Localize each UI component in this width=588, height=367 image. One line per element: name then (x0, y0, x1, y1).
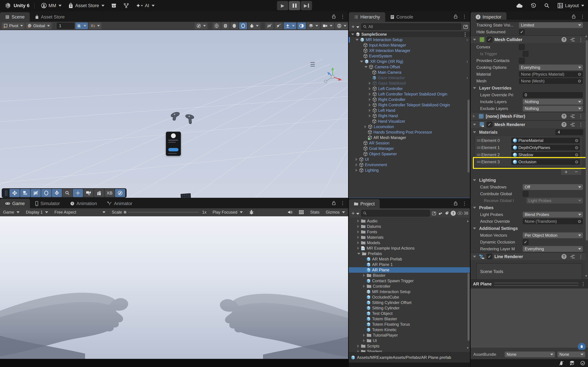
dropdown[interactable]: Limited (519, 22, 583, 28)
project-item-mr-interaction-setup[interactable]: MR Interaction Setup (349, 289, 470, 294)
expander-icon[interactable] (363, 285, 365, 288)
checkbox[interactable] (523, 51, 528, 57)
game-viewport[interactable] (0, 216, 348, 359)
shading-button[interactable] (41, 189, 51, 197)
search-icon[interactable] (544, 3, 550, 8)
compass-button[interactable] (115, 189, 125, 197)
dropdown[interactable]: Everything (523, 246, 583, 252)
tab-console[interactable]: Console (385, 12, 418, 22)
version-control-button[interactable] (123, 2, 129, 9)
component-header-line-renderer[interactable]: ✓Line Renderer?⋮ (471, 252, 586, 261)
material-object-field[interactable]: Shadow⊙ (511, 152, 580, 158)
prefab-open-arrow[interactable]: › (467, 37, 468, 42)
hierarchy-item-ar-mesh-manager[interactable]: AR Mesh Manager (349, 135, 470, 140)
tab-animator[interactable]: Animator (102, 199, 138, 208)
material-element-row[interactable]: Element 1DepthOnlyPlanes⊙ (475, 144, 582, 151)
cache-disabled-icon[interactable] (567, 359, 577, 367)
layout-menu[interactable]: Layout (557, 2, 584, 9)
dropdown[interactable]: Everything (519, 65, 583, 70)
project-item-totem-floating-torus[interactable]: Totem Floating Torus (349, 322, 470, 327)
drag-handle-icon[interactable] (477, 146, 481, 149)
zoom-button[interactable] (62, 189, 72, 197)
presets-icon[interactable] (570, 114, 575, 119)
project-item-models[interactable]: Models (349, 240, 470, 245)
project-item-ar-plane-1[interactable]: AR Plane 1 (349, 262, 470, 267)
project-item-controller[interactable]: Controller (349, 284, 470, 289)
hierarchy-item-ar-session[interactable]: AR Session (349, 140, 470, 146)
aspect-dropdown[interactable]: Free Aspect (51, 208, 109, 216)
lock-icon[interactable] (332, 201, 336, 205)
material-element-row[interactable]: Element 2Shadow⊙ (475, 151, 582, 158)
kebab-menu-icon[interactable]: ⋮ (579, 37, 583, 42)
project-search-input[interactable] (361, 210, 430, 217)
hierarchy-item-gaze-interactor[interactable]: Gaze Interactor› (349, 75, 470, 81)
expander-icon[interactable] (363, 339, 365, 342)
foldout-arrow-icon[interactable] (473, 115, 475, 118)
scroll-up-arrow[interactable]: ▲ (585, 34, 588, 38)
foldout-layer-overrides[interactable]: Layer Overrides (471, 84, 586, 92)
hierarchy-item-lighting[interactable]: Lighting (349, 167, 470, 173)
hierarchy-item-left-controller-teleport-stabilized-origin[interactable]: Left Controller Teleport Stabilized Orig… (349, 92, 470, 97)
tab-asset-store[interactable]: Asset Store (30, 12, 70, 22)
hierarchy-item-main-camera[interactable]: Main Camera (349, 70, 470, 75)
material-element-row[interactable]: Element 0PlaneMaterial⊙ (475, 137, 582, 144)
create-menu-button[interactable]: ＋ (350, 23, 359, 30)
project-item-sitting-cylinder-offset[interactable]: Sitting Cylinder Offset (349, 300, 470, 305)
component-header-mesh-collider[interactable]: ✓Mesh Collider?⋮ (471, 35, 586, 44)
hierarchy-item-samplescene[interactable]: SampleScene⋮ (349, 32, 470, 37)
lock-icon[interactable] (332, 14, 336, 19)
gizmos-dropdown[interactable]: Gizmos (323, 208, 348, 216)
checkbox[interactable]: ✓ (519, 29, 525, 35)
xb-button[interactable]: XB (104, 189, 115, 197)
project-item-audio[interactable]: Audio (349, 218, 470, 224)
expander-icon[interactable] (369, 87, 371, 90)
hierarchy-item-hands-smoothing-post-processor[interactable]: Hands Smoothing Post Processor (349, 129, 470, 135)
display-dropdown[interactable]: Display 1 (23, 208, 51, 216)
overlay-handle-icon[interactable]: ☰ (310, 61, 315, 68)
shading-unlit-button[interactable] (239, 22, 247, 29)
project-item-totem-kinetic[interactable]: Totem Kinetic (349, 327, 470, 333)
foldout-materials[interactable]: Materials4 (471, 129, 586, 136)
shading-wireframe-button[interactable] (213, 22, 221, 29)
expander-icon[interactable] (369, 109, 371, 112)
object-field[interactable]: None (Transform)⊙ (523, 218, 583, 224)
grid-visibility-button[interactable] (31, 189, 41, 197)
ai-menu[interactable]: ✦✦ AI (136, 2, 155, 9)
tool-handle-pivot-dropdown[interactable]: Pivot (2, 22, 25, 29)
dropdown[interactable]: Blend Probes (523, 212, 583, 217)
tool-settings-button[interactable] (20, 189, 30, 197)
presets-icon[interactable] (570, 254, 575, 259)
expander-icon[interactable] (363, 334, 365, 337)
debugger-disabled-icon[interactable] (556, 359, 567, 367)
presets-icon[interactable] (570, 122, 575, 127)
project-item-blaster[interactable]: Blaster (349, 273, 470, 278)
hierarchy-item-right-hand[interactable]: Right Hand (349, 113, 470, 119)
kebab-menu-icon[interactable]: ⋮ (579, 114, 583, 119)
handle-rotation-dropdown[interactable]: Global (26, 22, 51, 29)
project-item-prefabs[interactable]: Prefabs (349, 251, 470, 256)
kebab-menu-icon[interactable]: ⋮ (340, 200, 345, 206)
object-picker-icon[interactable]: ⊙ (573, 159, 580, 165)
archive-button[interactable] (111, 3, 117, 8)
game-target-dropdown[interactable]: Game (0, 208, 23, 216)
kebab-menu-icon[interactable]: ⋮ (581, 281, 586, 287)
expander-icon[interactable] (351, 33, 354, 35)
material-element-row[interactable]: Element 3Occlusion⊙ (475, 158, 582, 166)
dropdown[interactable]: Nothing (523, 106, 583, 111)
project-item-contact-spawn-trigger[interactable]: Contact Spawn Trigger (349, 278, 470, 284)
object-field[interactable]: None (Physics Material)⊙ (519, 71, 583, 77)
expander-icon[interactable] (357, 253, 360, 255)
expander-icon[interactable] (369, 98, 371, 101)
help-icon[interactable]: ? (562, 37, 567, 42)
object-picker-icon[interactable]: ⊙ (576, 78, 583, 84)
hierarchy-item-right-controller-teleport-stabilized-origin[interactable]: Right Controller Teleport Stabilized Ori… (349, 102, 470, 108)
cloud-icon[interactable] (516, 3, 523, 8)
tab-animation[interactable]: Animation (65, 199, 102, 208)
favorites-warning-icon[interactable]: ! (451, 211, 456, 216)
filter-by-label-icon[interactable] (445, 211, 449, 216)
tab-hierarchy[interactable]: Hierarchy (349, 12, 385, 22)
expander-icon[interactable] (357, 230, 359, 234)
expander-icon[interactable] (355, 158, 357, 161)
kebab-menu-icon[interactable]: ⋮ (462, 14, 467, 19)
hierarchy-item-xr-interaction-manager[interactable]: XR Interaction Manager (349, 48, 470, 53)
